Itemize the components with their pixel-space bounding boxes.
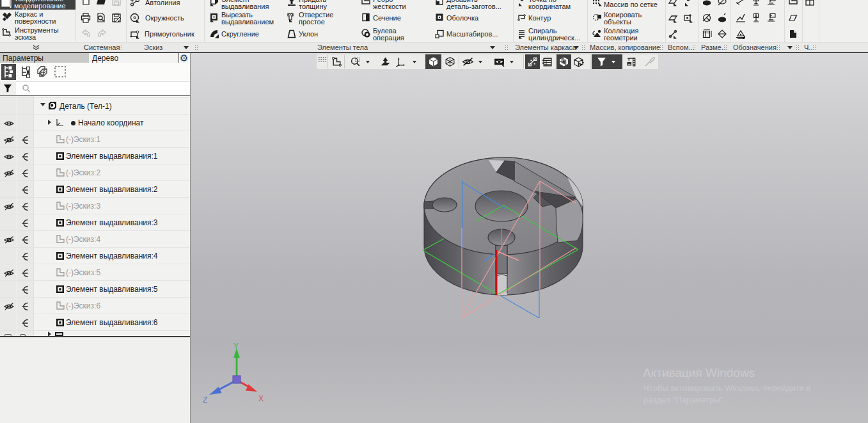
svg-text:Z: Z <box>203 395 207 404</box>
svg-text:Y: Y <box>233 342 239 351</box>
svg-text:A: A <box>755 0 757 1</box>
svg-text:?: ? <box>794 13 798 19</box>
svg-text:X: X <box>258 394 264 403</box>
svg-text:A: A <box>755 14 757 18</box>
